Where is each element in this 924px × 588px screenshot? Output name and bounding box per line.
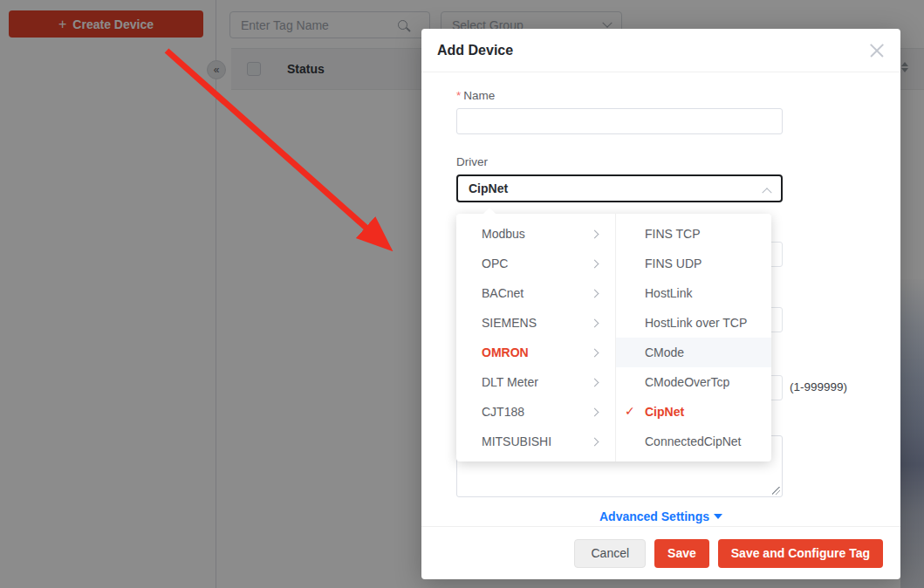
caret-down-icon: [714, 514, 722, 519]
driver-dropdown-menu: Modbus OPC BACnet SIEMENS OMRON DLT Mete…: [456, 214, 771, 462]
menu-item-fins-udp[interactable]: FINS UDP: [616, 249, 771, 278]
save-button[interactable]: Save: [654, 539, 709, 568]
menu-item-dlt-meter[interactable]: DLT Meter: [456, 367, 615, 397]
menu-item-fins-tcp[interactable]: FINS TCP: [616, 219, 771, 249]
chevron-up-icon: [762, 188, 771, 197]
modal-title: Add Device: [437, 29, 513, 72]
menu-item-omron[interactable]: OMRON: [456, 338, 615, 367]
chevron-right-icon: [591, 378, 599, 386]
chevron-right-icon: [591, 229, 599, 238]
chevron-right-icon: [591, 259, 599, 268]
resize-handle-icon[interactable]: [772, 487, 780, 495]
required-mark: *: [456, 89, 461, 102]
menu-item-connectedcipnet[interactable]: ConnectedCipNet: [616, 427, 771, 456]
close-icon[interactable]: [869, 43, 885, 58]
range-hint: (1-999999): [790, 380, 847, 393]
driver-submenu-column: FINS TCP FINS UDP HostLink HostLink over…: [615, 214, 771, 462]
driver-select[interactable]: CipNet: [456, 174, 783, 202]
driver-category-column: Modbus OPC BACnet SIEMENS OMRON DLT Mete…: [456, 214, 615, 462]
modal-header: Add Device: [421, 29, 900, 72]
menu-item-mitsubishi[interactable]: MITSUBISHI: [456, 427, 615, 456]
menu-item-cjt188[interactable]: CJT188: [456, 397, 615, 427]
name-input[interactable]: [456, 108, 783, 134]
name-label: *Name: [456, 89, 495, 102]
driver-label: Driver: [456, 155, 488, 168]
screen: + Create Device Select Group Status « Ad…: [0, 0, 924, 588]
modal-footer: Cancel Save Save and Configure Tag: [421, 526, 900, 579]
menu-item-cipnet[interactable]: ✓ CipNet: [616, 397, 771, 427]
chevron-right-icon: [591, 348, 599, 357]
menu-item-modbus[interactable]: Modbus: [456, 219, 615, 249]
check-icon: ✓: [625, 404, 635, 418]
advanced-settings-link[interactable]: Advanced Settings: [421, 509, 900, 523]
save-and-configure-tag-button[interactable]: Save and Configure Tag: [718, 539, 883, 568]
chevron-right-icon: [591, 289, 599, 297]
menu-item-opc[interactable]: OPC: [456, 249, 615, 278]
menu-item-cmode[interactable]: CMode: [616, 338, 771, 367]
menu-item-hostlink-over-tcp[interactable]: HostLink over TCP: [616, 308, 771, 338]
menu-item-cmodeovertcp[interactable]: CModeOverTcp: [616, 367, 771, 397]
chevron-right-icon: [591, 318, 599, 327]
chevron-right-icon: [591, 437, 599, 446]
chevron-right-icon: [591, 407, 599, 416]
menu-item-hostlink[interactable]: HostLink: [616, 278, 771, 308]
cancel-button[interactable]: Cancel: [574, 539, 646, 568]
menu-item-bacnet[interactable]: BACnet: [456, 278, 615, 308]
driver-select-value: CipNet: [469, 181, 508, 195]
add-device-modal: Add Device *Name Driver CipNet (1-999999…: [421, 29, 900, 579]
menu-item-siemens[interactable]: SIEMENS: [456, 308, 615, 338]
